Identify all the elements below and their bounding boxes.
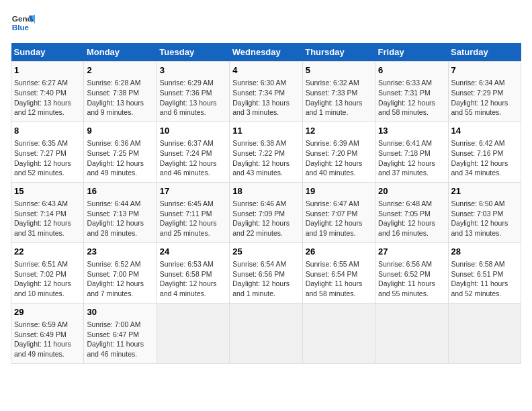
day-number: 21 <box>451 185 518 197</box>
day-info: Sunrise: 6:39 AM Sunset: 7:20 PM Dayligh… <box>306 138 372 178</box>
day-cell: 24Sunrise: 6:53 AM Sunset: 6:58 PM Dayli… <box>157 242 229 303</box>
day-number: 3 <box>160 64 226 77</box>
day-info: Sunrise: 6:27 AM Sunset: 7:40 PM Dayligh… <box>14 78 81 118</box>
calendar-table: SundayMondayTuesdayWednesdayThursdayFrid… <box>11 43 521 364</box>
day-info: Sunrise: 6:47 AM Sunset: 7:07 PM Dayligh… <box>306 199 372 238</box>
day-cell: 21Sunrise: 6:50 AM Sunset: 7:03 PM Dayli… <box>448 182 521 242</box>
day-number: 23 <box>87 246 153 258</box>
col-header-saturday: Saturday <box>448 43 521 62</box>
day-number: 10 <box>160 125 226 137</box>
col-header-tuesday: Tuesday <box>157 43 229 62</box>
day-cell: 11Sunrise: 6:38 AM Sunset: 7:22 PM Dayli… <box>230 122 302 182</box>
day-number: 13 <box>378 125 445 137</box>
day-cell: 5Sunrise: 6:32 AM Sunset: 7:33 PM Daylig… <box>302 62 375 122</box>
day-cell: 2Sunrise: 6:28 AM Sunset: 7:38 PM Daylig… <box>84 62 157 122</box>
day-info: Sunrise: 6:52 AM Sunset: 7:00 PM Dayligh… <box>87 259 153 299</box>
day-info: Sunrise: 6:36 AM Sunset: 7:25 PM Dayligh… <box>87 138 153 178</box>
day-info: Sunrise: 6:30 AM Sunset: 7:34 PM Dayligh… <box>232 78 299 118</box>
day-number: 22 <box>14 246 81 258</box>
day-cell: 30Sunrise: 7:00 AM Sunset: 6:47 PM Dayli… <box>84 303 157 363</box>
day-info: Sunrise: 6:41 AM Sunset: 7:18 PM Dayligh… <box>378 138 445 178</box>
day-number: 27 <box>378 246 445 258</box>
day-cell <box>230 303 302 363</box>
day-cell: 22Sunrise: 6:51 AM Sunset: 7:02 PM Dayli… <box>11 242 84 303</box>
day-number: 9 <box>87 125 153 137</box>
day-info: Sunrise: 6:46 AM Sunset: 7:09 PM Dayligh… <box>232 199 299 238</box>
day-info: Sunrise: 6:37 AM Sunset: 7:24 PM Dayligh… <box>160 138 226 178</box>
day-cell: 28Sunrise: 6:58 AM Sunset: 6:51 PM Dayli… <box>448 242 521 303</box>
col-header-wednesday: Wednesday <box>230 43 302 62</box>
day-cell: 19Sunrise: 6:47 AM Sunset: 7:07 PM Dayli… <box>302 182 375 242</box>
day-cell: 16Sunrise: 6:44 AM Sunset: 7:13 PM Dayli… <box>84 182 157 242</box>
day-cell: 14Sunrise: 6:42 AM Sunset: 7:16 PM Dayli… <box>448 122 521 182</box>
day-number: 25 <box>232 246 299 258</box>
day-info: Sunrise: 6:54 AM Sunset: 6:56 PM Dayligh… <box>232 259 299 299</box>
day-number: 15 <box>14 185 81 197</box>
day-number: 11 <box>232 125 299 137</box>
day-number: 17 <box>160 185 226 197</box>
day-cell: 20Sunrise: 6:48 AM Sunset: 7:05 PM Dayli… <box>375 182 448 242</box>
day-cell: 4Sunrise: 6:30 AM Sunset: 7:34 PM Daylig… <box>230 62 302 122</box>
day-info: Sunrise: 6:50 AM Sunset: 7:03 PM Dayligh… <box>451 199 518 238</box>
day-cell: 12Sunrise: 6:39 AM Sunset: 7:20 PM Dayli… <box>302 122 375 182</box>
day-number: 16 <box>87 185 153 197</box>
col-header-thursday: Thursday <box>302 43 375 62</box>
day-info: Sunrise: 6:35 AM Sunset: 7:27 PM Dayligh… <box>14 138 81 178</box>
day-info: Sunrise: 6:28 AM Sunset: 7:38 PM Dayligh… <box>87 78 153 118</box>
day-cell <box>302 303 375 363</box>
day-info: Sunrise: 6:59 AM Sunset: 6:49 PM Dayligh… <box>14 320 81 359</box>
day-info: Sunrise: 6:32 AM Sunset: 7:33 PM Dayligh… <box>306 78 372 118</box>
day-number: 2 <box>87 64 153 77</box>
week-row-4: 22Sunrise: 6:51 AM Sunset: 7:02 PM Dayli… <box>11 242 521 303</box>
day-cell: 27Sunrise: 6:56 AM Sunset: 6:52 PM Dayli… <box>375 242 448 303</box>
day-number: 4 <box>232 64 299 77</box>
col-header-monday: Monday <box>84 43 157 62</box>
day-number: 1 <box>14 64 81 77</box>
day-cell <box>448 303 521 363</box>
svg-text:Blue: Blue <box>12 23 30 32</box>
day-info: Sunrise: 6:43 AM Sunset: 7:14 PM Dayligh… <box>14 199 81 238</box>
page-header: General Blue <box>11 11 521 35</box>
day-info: Sunrise: 6:44 AM Sunset: 7:13 PM Dayligh… <box>87 199 153 238</box>
day-info: Sunrise: 6:56 AM Sunset: 6:52 PM Dayligh… <box>378 259 445 299</box>
day-info: Sunrise: 6:38 AM Sunset: 7:22 PM Dayligh… <box>232 138 299 178</box>
week-row-1: 1Sunrise: 6:27 AM Sunset: 7:40 PM Daylig… <box>11 62 521 122</box>
day-number: 5 <box>306 64 372 77</box>
day-number: 24 <box>160 246 226 258</box>
header-row: SundayMondayTuesdayWednesdayThursdayFrid… <box>11 43 521 62</box>
day-number: 12 <box>306 125 372 137</box>
day-number: 28 <box>451 246 518 258</box>
day-cell: 17Sunrise: 6:45 AM Sunset: 7:11 PM Dayli… <box>157 182 229 242</box>
day-cell: 9Sunrise: 6:36 AM Sunset: 7:25 PM Daylig… <box>84 122 157 182</box>
day-info: Sunrise: 6:42 AM Sunset: 7:16 PM Dayligh… <box>451 138 518 178</box>
day-cell: 1Sunrise: 6:27 AM Sunset: 7:40 PM Daylig… <box>11 62 84 122</box>
col-header-friday: Friday <box>375 43 448 62</box>
day-cell: 13Sunrise: 6:41 AM Sunset: 7:18 PM Dayli… <box>375 122 448 182</box>
day-cell: 29Sunrise: 6:59 AM Sunset: 6:49 PM Dayli… <box>11 303 84 363</box>
day-number: 30 <box>87 306 153 318</box>
day-number: 29 <box>14 306 81 318</box>
day-number: 26 <box>306 246 372 258</box>
day-cell: 25Sunrise: 6:54 AM Sunset: 6:56 PM Dayli… <box>230 242 302 303</box>
day-cell: 10Sunrise: 6:37 AM Sunset: 7:24 PM Dayli… <box>157 122 229 182</box>
day-number: 19 <box>306 185 372 197</box>
day-cell: 8Sunrise: 6:35 AM Sunset: 7:27 PM Daylig… <box>11 122 84 182</box>
day-info: Sunrise: 7:00 AM Sunset: 6:47 PM Dayligh… <box>87 320 153 359</box>
day-number: 6 <box>378 64 445 77</box>
day-number: 20 <box>378 185 445 197</box>
day-info: Sunrise: 6:55 AM Sunset: 6:54 PM Dayligh… <box>306 259 372 299</box>
day-info: Sunrise: 6:58 AM Sunset: 6:51 PM Dayligh… <box>451 259 518 299</box>
col-header-sunday: Sunday <box>11 43 84 62</box>
day-info: Sunrise: 6:53 AM Sunset: 6:58 PM Dayligh… <box>160 259 226 299</box>
day-cell: 26Sunrise: 6:55 AM Sunset: 6:54 PM Dayli… <box>302 242 375 303</box>
day-cell: 6Sunrise: 6:33 AM Sunset: 7:31 PM Daylig… <box>375 62 448 122</box>
week-row-3: 15Sunrise: 6:43 AM Sunset: 7:14 PM Dayli… <box>11 182 521 242</box>
day-cell: 3Sunrise: 6:29 AM Sunset: 7:36 PM Daylig… <box>157 62 229 122</box>
day-cell: 15Sunrise: 6:43 AM Sunset: 7:14 PM Dayli… <box>11 182 84 242</box>
day-number: 18 <box>232 185 299 197</box>
logo-icon: General Blue <box>11 11 35 35</box>
day-number: 7 <box>451 64 518 77</box>
day-info: Sunrise: 6:45 AM Sunset: 7:11 PM Dayligh… <box>160 199 226 238</box>
day-number: 14 <box>451 125 518 137</box>
logo: General Blue <box>11 11 35 35</box>
